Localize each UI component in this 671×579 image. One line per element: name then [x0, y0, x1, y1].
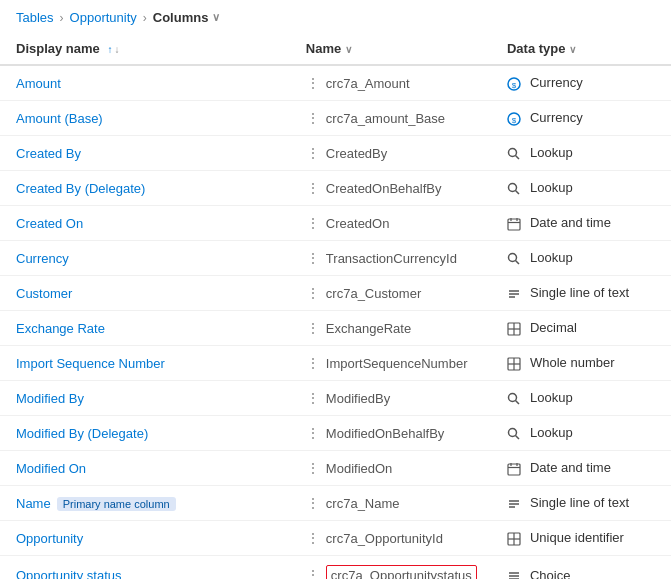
cell-data-type: Lookup — [491, 381, 671, 416]
row-menu-icon[interactable]: ⋮ — [306, 425, 320, 441]
cell-name: ⋮ModifiedOnBehalfBy — [290, 416, 491, 451]
cell-display-name[interactable]: Created By — [0, 136, 290, 171]
cell-display-name[interactable]: Modified By — [0, 381, 290, 416]
datatype-icon — [507, 495, 525, 510]
svg-line-13 — [515, 260, 519, 264]
datatype-icon — [507, 390, 525, 405]
cell-data-type: Date and time — [491, 451, 671, 486]
cell-name: ⋮ImportSequenceNumber — [290, 346, 491, 381]
table-row: Opportunity status⋮crc7a_Opportunitystat… — [0, 556, 671, 580]
cell-display-name[interactable]: Opportunity — [0, 521, 290, 556]
table-row: Created On⋮CreatedOnDate and time — [0, 206, 671, 241]
breadcrumb-opportunity[interactable]: Opportunity — [70, 10, 137, 25]
cell-data-type: Whole number — [491, 346, 671, 381]
datatype-icon — [507, 320, 525, 335]
cell-data-type: Choice — [491, 556, 671, 580]
table-row: Created By (Delegate)⋮CreatedOnBehalfByL… — [0, 171, 671, 206]
row-menu-icon[interactable]: ⋮ — [306, 110, 320, 126]
breadcrumb-current: Columns ∨ — [153, 10, 221, 25]
row-menu-icon[interactable]: ⋮ — [306, 320, 320, 336]
datatype-icon — [507, 568, 525, 579]
cell-display-name[interactable]: Exchange Rate — [0, 311, 290, 346]
cell-name: ⋮ModifiedBy — [290, 381, 491, 416]
svg-line-24 — [515, 400, 519, 404]
datatype-icon — [507, 460, 525, 475]
row-menu-icon[interactable]: ⋮ — [306, 567, 320, 579]
th-name-label: Name — [306, 41, 341, 56]
svg-point-25 — [508, 428, 516, 436]
sort-asc-icon: ↑ — [107, 44, 112, 55]
cell-display-name[interactable]: Opportunity status — [0, 556, 290, 580]
cell-display-name[interactable]: Modified By (Delegate) — [0, 416, 290, 451]
row-menu-icon[interactable]: ⋮ — [306, 180, 320, 196]
cell-display-name[interactable]: Amount — [0, 65, 290, 101]
row-menu-icon[interactable]: ⋮ — [306, 460, 320, 476]
breadcrumb-dropdown-icon[interactable]: ∨ — [212, 11, 220, 24]
svg-text:$: $ — [512, 116, 517, 125]
datatype-icon — [507, 180, 525, 195]
cell-display-name[interactable]: Created On — [0, 206, 290, 241]
cell-display-name[interactable]: NamePrimary name column — [0, 486, 290, 521]
svg-text:$: $ — [512, 81, 517, 90]
row-menu-icon[interactable]: ⋮ — [306, 530, 320, 546]
table-header-row: Display name ↑ ↓ Name ∨ Data type ∨ — [0, 33, 671, 65]
breadcrumb: Tables › Opportunity › Columns ∨ — [0, 0, 671, 33]
row-menu-icon[interactable]: ⋮ — [306, 355, 320, 371]
cell-data-type: Date and time — [491, 206, 671, 241]
svg-point-6 — [508, 183, 516, 191]
columns-table-container: Display name ↑ ↓ Name ∨ Data type ∨ Amou… — [0, 33, 671, 579]
cell-display-name[interactable]: Customer — [0, 276, 290, 311]
table-row: Customer⋮crc7a_CustomerSingle line of te… — [0, 276, 671, 311]
cell-data-type: Decimal — [491, 311, 671, 346]
row-menu-icon[interactable]: ⋮ — [306, 145, 320, 161]
cell-data-type: Single line of text — [491, 276, 671, 311]
cell-display-name[interactable]: Import Sequence Number — [0, 346, 290, 381]
svg-line-26 — [515, 435, 519, 439]
datatype-icon — [507, 425, 525, 440]
cell-display-name[interactable]: Currency — [0, 241, 290, 276]
datatype-icon — [507, 530, 525, 545]
cell-data-type: Lookup — [491, 136, 671, 171]
row-menu-icon[interactable]: ⋮ — [306, 285, 320, 301]
datatype-icon: $ — [507, 110, 525, 125]
cell-display-name[interactable]: Created By (Delegate) — [0, 171, 290, 206]
cell-data-type: Lookup — [491, 241, 671, 276]
breadcrumb-columns-label: Columns — [153, 10, 209, 25]
svg-point-4 — [508, 148, 516, 156]
breadcrumb-tables[interactable]: Tables — [16, 10, 54, 25]
row-menu-icon[interactable]: ⋮ — [306, 215, 320, 231]
cell-data-type: Unique identifier — [491, 521, 671, 556]
th-data-type[interactable]: Data type ∨ — [491, 33, 671, 65]
cell-display-name[interactable]: Modified On — [0, 451, 290, 486]
breadcrumb-sep-1: › — [60, 11, 64, 25]
sort-name-icon[interactable]: ∨ — [345, 44, 352, 55]
primary-name-badge: Primary name column — [57, 497, 176, 511]
sort-icons-display-name[interactable]: ↑ ↓ — [107, 44, 119, 55]
table-row: Exchange Rate⋮ExchangeRateDecimal — [0, 311, 671, 346]
svg-rect-27 — [508, 464, 520, 475]
sort-datatype-icon[interactable]: ∨ — [569, 44, 576, 55]
row-menu-icon[interactable]: ⋮ — [306, 250, 320, 266]
table-row: Amount⋮crc7a_Amount$Currency — [0, 65, 671, 101]
svg-point-23 — [508, 393, 516, 401]
cell-name: ⋮TransactionCurrencyId — [290, 241, 491, 276]
cell-data-type: Single line of text — [491, 486, 671, 521]
cell-name: ⋮crc7a_Opportunitystatus — [290, 556, 491, 580]
th-name[interactable]: Name ∨ — [290, 33, 491, 65]
row-menu-icon[interactable]: ⋮ — [306, 495, 320, 511]
datatype-icon — [507, 215, 525, 230]
th-display-name[interactable]: Display name ↑ ↓ — [0, 33, 290, 65]
cell-name: ⋮crc7a_Name — [290, 486, 491, 521]
row-menu-icon[interactable]: ⋮ — [306, 75, 320, 91]
row-menu-icon[interactable]: ⋮ — [306, 390, 320, 406]
highlighted-name: crc7a_Opportunitystatus — [326, 565, 477, 579]
sort-desc-icon: ↓ — [114, 44, 119, 55]
table-row: Modified On⋮ModifiedOnDate and time — [0, 451, 671, 486]
cell-name: ⋮CreatedBy — [290, 136, 491, 171]
cell-name: ⋮ExchangeRate — [290, 311, 491, 346]
table-row: Modified By⋮ModifiedByLookup — [0, 381, 671, 416]
cell-name: ⋮CreatedOnBehalfBy — [290, 171, 491, 206]
cell-display-name[interactable]: Amount (Base) — [0, 101, 290, 136]
table-row: Opportunity⋮crc7a_OpportunityIdUnique id… — [0, 521, 671, 556]
svg-rect-8 — [508, 219, 520, 230]
